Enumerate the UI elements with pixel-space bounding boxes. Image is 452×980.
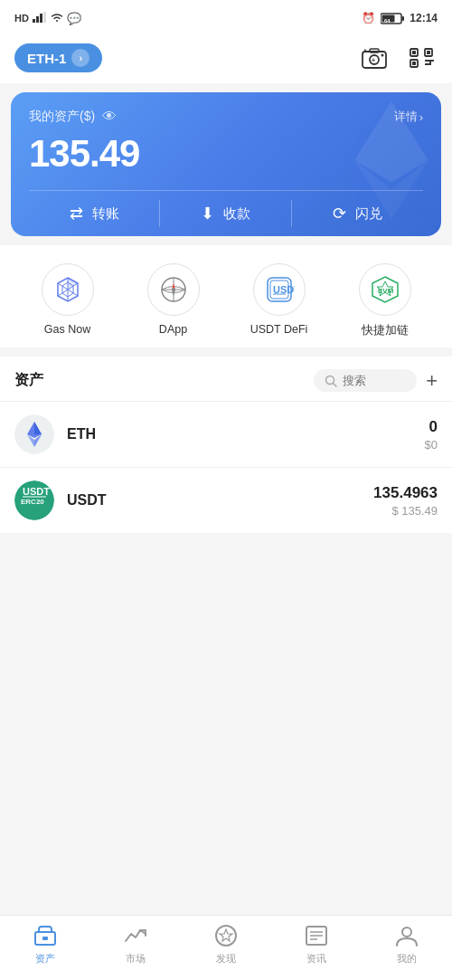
svg-rect-1	[36, 16, 39, 23]
svg-point-11	[381, 54, 384, 57]
svg-marker-56	[220, 929, 232, 941]
usdt-defi-label: USDT DeFi	[250, 323, 308, 336]
status-right: ⏰ 64 12:14	[362, 12, 438, 24]
quick-item-evm[interactable]: EVM 快捷加链	[344, 263, 426, 338]
svg-text:ERC20: ERC20	[21, 498, 44, 506]
assets-header: 资产 +	[0, 357, 452, 401]
add-asset-button[interactable]: +	[426, 371, 438, 391]
camera-button[interactable]: +	[358, 42, 391, 74]
nav-assets-icon	[33, 923, 58, 948]
search-input[interactable]	[343, 374, 406, 387]
dapp-label: DApp	[159, 323, 187, 336]
scan-button[interactable]	[405, 42, 438, 74]
header-icons: +	[358, 42, 438, 74]
asset-label-text: 我的资产($)	[29, 109, 95, 125]
eth-amount: 0	[425, 418, 438, 436]
swap-icon: ⟳	[333, 204, 346, 224]
nav-assets[interactable]: 资产	[18, 923, 72, 966]
search-box[interactable]	[314, 369, 417, 392]
network-label: HD	[14, 13, 29, 24]
account-chevron[interactable]: ›	[71, 49, 89, 67]
assets-section: 资产 + ETH 0 $0	[0, 357, 452, 533]
battery-indicator: 64	[381, 13, 404, 24]
nav-discover-label: 发现	[216, 952, 236, 966]
card-actions: ⇄ 转账 ⬇ 收款 ⟳ 闪兑	[29, 190, 423, 236]
nav-profile-icon	[394, 923, 419, 948]
gas-now-label: Gas Now	[44, 323, 90, 336]
account-label: ETH-1	[27, 51, 66, 66]
svg-rect-3	[43, 12, 46, 23]
asset-card: 我的资产($) 👁 详情 › 135.49 ⇄ 转账 ⬇ 收款 ⟳	[11, 92, 441, 236]
transfer-icon: ⇄	[70, 204, 83, 224]
usdt-name: USDT	[67, 492, 107, 509]
svg-text:+: +	[372, 57, 375, 63]
bottom-nav: 资产 市场 发现 资讯	[0, 915, 452, 980]
svg-rect-17	[427, 51, 430, 54]
svg-rect-16	[412, 51, 416, 54]
svg-line-43	[334, 383, 337, 386]
quick-item-gas-now[interactable]: Gas Now	[27, 263, 108, 338]
quick-menu: Gas Now DApp USDT	[0, 245, 452, 347]
status-bar: HD 💬 ⏰ 64 1	[0, 0, 452, 33]
wifi-icon	[51, 12, 63, 24]
nav-discover-icon	[213, 923, 239, 948]
quick-item-dapp[interactable]: DApp	[133, 263, 214, 338]
eth-values: 0 $0	[425, 418, 438, 452]
gas-now-icon-wrap	[42, 263, 94, 316]
svg-text:USDT: USDT	[273, 284, 295, 295]
eth-name: ETH	[67, 426, 96, 442]
receive-icon: ⬇	[201, 204, 214, 224]
asset-item-eth[interactable]: ETH 0 $0	[0, 401, 452, 467]
svg-text:USDT: USDT	[23, 486, 50, 497]
nav-market-icon	[123, 923, 148, 948]
svg-rect-0	[33, 19, 35, 23]
usdt-defi-icon-wrap: USDT	[253, 263, 306, 316]
header: ETH-1 › +	[0, 33, 452, 83]
assets-controls: +	[314, 369, 438, 392]
evm-icon-wrap: EVM	[359, 263, 411, 316]
swap-action[interactable]: ⟳ 闪兑	[292, 191, 423, 236]
assets-title: 资产	[14, 371, 43, 390]
svg-rect-19	[425, 60, 434, 62]
nav-news[interactable]: 资讯	[289, 923, 344, 966]
search-icon	[325, 375, 337, 387]
nav-news-label: 资讯	[306, 952, 326, 966]
alarm-icon: ⏰	[362, 12, 375, 24]
eth-logo	[14, 414, 54, 454]
nav-profile-label: 我的	[397, 952, 417, 966]
nav-market[interactable]: 市场	[108, 923, 163, 966]
nav-market-label: 市场	[126, 952, 146, 966]
svg-rect-21	[429, 62, 431, 65]
receive-action[interactable]: ⬇ 收款	[160, 191, 291, 236]
svg-rect-5	[402, 16, 405, 21]
asset-item-usdt[interactable]: ERC20 USDT USDT 135.4963 $ 135.49	[0, 467, 452, 533]
transfer-action[interactable]: ⇄ 转账	[29, 191, 160, 236]
eye-icon[interactable]: 👁	[102, 109, 117, 125]
svg-rect-18	[412, 62, 416, 65]
time-display: 12:14	[410, 12, 438, 24]
svg-rect-2	[40, 14, 42, 23]
signal-bars	[33, 12, 47, 24]
swap-label: 闪兑	[355, 205, 382, 223]
eth-usd: $0	[425, 438, 438, 452]
nav-assets-label: 资产	[35, 952, 55, 966]
usdt-logo: ERC20 USDT	[14, 480, 54, 520]
account-badge[interactable]: ETH-1 ›	[14, 43, 102, 72]
svg-rect-10	[370, 49, 379, 52]
svg-point-35	[172, 288, 175, 291]
svg-point-61	[402, 928, 411, 937]
usdt-usd: $ 135.49	[373, 504, 438, 518]
usdt-amount: 135.4963	[373, 484, 438, 502]
quick-item-usdt-defi[interactable]: USDT USDT DeFi	[239, 263, 320, 338]
svg-text:64: 64	[384, 17, 391, 23]
evm-label: 快捷加链	[362, 323, 409, 338]
usdt-values: 135.4963 $ 135.49	[373, 484, 438, 518]
transfer-label: 转账	[92, 205, 119, 223]
nav-discover[interactable]: 发现	[199, 923, 253, 966]
svg-rect-54	[42, 937, 48, 940]
wechat-icon: 💬	[67, 12, 81, 25]
nav-news-icon	[304, 923, 329, 948]
svg-rect-20	[425, 63, 429, 65]
nav-profile[interactable]: 我的	[380, 923, 434, 966]
status-left: HD 💬	[14, 12, 81, 25]
